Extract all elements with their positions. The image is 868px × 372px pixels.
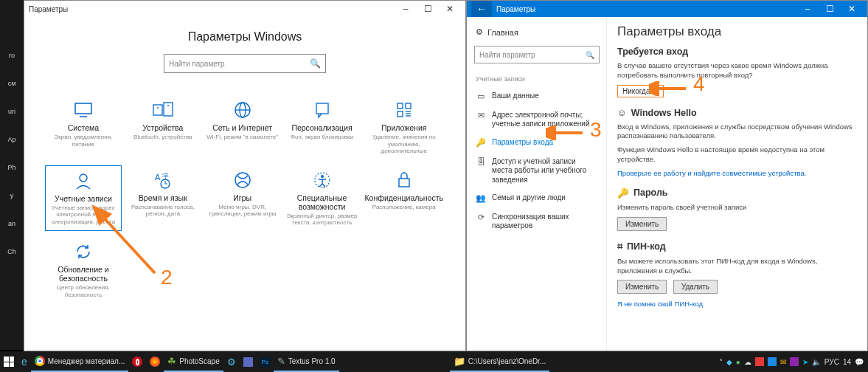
minimize-button[interactable]: – [796, 4, 819, 14]
svg-rect-12 [397, 111, 403, 117]
taskbar-item-ff[interactable] [146, 351, 164, 372]
taskbar-item-opera[interactable] [128, 351, 146, 372]
tray-icon[interactable]: ☁ [744, 358, 751, 366]
nav-item-syncset[interactable]: ⟳Синхронизация ваших параметров [471, 208, 602, 235]
forgot-pin-link[interactable]: Я не помню свой ПИН-код [617, 300, 857, 308]
briefcase-icon: 🗄 [476, 157, 486, 168]
taskbar-item-folder[interactable]: 📁C:\Users\jeanz\OneDr... [450, 351, 550, 372]
access-icon [285, 170, 359, 190]
content-title: Параметры входа [617, 24, 857, 39]
require-signin-select[interactable]: Никогда [617, 85, 664, 97]
tile-desc: Удаление, значения по умолчанию, дополни… [364, 134, 443, 155]
change-password-button[interactable]: Изменить [617, 217, 667, 231]
titlebar[interactable]: Параметры – ☐ ✕ [24, 1, 465, 17]
minimize-button[interactable]: – [395, 4, 417, 14]
settings-tile-lock[interactable]: Конфиденциальность Расположение, камера [363, 165, 445, 231]
taskbar-item-gear[interactable]: ⚙ [223, 351, 240, 372]
close-button[interactable]: ✕ [439, 4, 461, 14]
card-icon: ▭ [476, 92, 486, 102]
tile-desc: Расположение, камера [364, 204, 443, 211]
tray-icon[interactable]: ● [736, 358, 740, 366]
settings-tile-monitor[interactable]: Система Экран, уведомления, питание [45, 95, 122, 159]
monitor-icon [46, 100, 120, 120]
settings-tile-sync[interactable]: Обновление и безопасность Центр обновлен… [45, 237, 122, 303]
annotation-4: 4 [693, 72, 705, 96]
taskbar-item-edge[interactable]: e [18, 351, 31, 372]
settings-window-signin: ← Параметры – ☐ ✕ ⚙ Главная Найти параме… [466, 0, 868, 351]
settings-tile-access[interactable]: Специальные возможности Экранный диктор,… [284, 165, 361, 231]
tile-desc: Учетные записи, адрес электронной почты,… [47, 204, 119, 226]
nav-home[interactable]: ⚙ Главная [471, 24, 602, 40]
section-pin: ⌗ПИН-код [617, 241, 857, 252]
content-pane: Параметры входа Требуется вход В случае … [607, 17, 867, 351]
tray-icon[interactable]: ➤ [802, 358, 808, 366]
svg-rect-2 [153, 105, 162, 115]
window-title: Параметры [29, 5, 68, 13]
section-windows-hello: ☺Windows Hello [617, 108, 857, 118]
settings-tile-brush[interactable]: Персонализация Фон, экран блокировки [284, 95, 361, 159]
tile-title: Обновление и безопасность [46, 265, 120, 283]
nav-item-briefcase[interactable]: 🗄Доступ к учетной записи места работы ил… [471, 153, 602, 190]
taskbar-item-chrome[interactable]: Менеджер материал... [31, 351, 128, 372]
settings-tile-xbox[interactable]: Игры Меню игры, DVR, трансляции, режим и… [204, 165, 281, 231]
tray-icon[interactable]: ˄ [719, 358, 723, 366]
taskbar[interactable]: eМенеджер материал...☘PhotoScape⚙Ps✎Text… [0, 351, 868, 372]
taskbar-item-textus[interactable]: ✎Textus Pro 1.0 [274, 351, 339, 372]
settings-tile-apps[interactable]: Приложения Удаление, значения по умолчан… [363, 95, 445, 159]
nav-item-card[interactable]: ▭Ваши данные [471, 87, 602, 106]
tray-icon[interactable] [768, 357, 777, 366]
taskbar-item-psd[interactable]: Ps [257, 351, 274, 372]
svg-rect-25 [399, 179, 409, 187]
svg-point-22 [235, 173, 250, 187]
hello-compat-link[interactable]: Проверьте ее работу и найдите совместимы… [617, 169, 857, 177]
settings-tile-person[interactable]: Учетные записи Учетные записи, адрес эле… [45, 165, 122, 231]
svg-rect-11 [406, 103, 411, 108]
search-icon: 🔍 [310, 58, 321, 69]
svg-rect-9 [316, 103, 328, 114]
system-tray[interactable]: ˄ ◆ ● ☁ ✉ ➤ 🔈 РУС 14 💬 [719, 357, 868, 366]
settings-tile-clock[interactable]: A字 Время и язык Распознавание голоса, ре… [125, 165, 201, 231]
tray-volume-icon[interactable]: 🔈 [812, 358, 821, 366]
tray-clock[interactable]: 14 [843, 358, 851, 366]
maximize-button[interactable]: ☐ [417, 4, 439, 14]
settings-grid: Система Экран, уведомления, питание Устр… [39, 95, 451, 303]
nav-section-label: Учетные записи [471, 74, 602, 84]
lock-icon [364, 170, 443, 190]
clock-icon: A字 [126, 170, 200, 190]
action-center-icon[interactable]: 💬 [855, 358, 864, 366]
close-button[interactable]: ✕ [841, 4, 863, 14]
tray-icon[interactable]: ✉ [780, 358, 786, 366]
globe-icon [206, 100, 280, 120]
titlebar[interactable]: ← Параметры – ☐ ✕ [467, 1, 867, 17]
remove-pin-button[interactable]: Удалить [673, 280, 718, 294]
tray-icon[interactable] [790, 357, 799, 366]
svg-rect-3 [164, 103, 173, 116]
maximize-button[interactable]: ☐ [819, 4, 841, 14]
taskbar-item-note[interactable] [240, 351, 257, 372]
tray-icon[interactable]: ◆ [726, 358, 732, 366]
nav-item-mail[interactable]: ✉Адрес электронной почты; учетные записи… [471, 106, 602, 134]
svg-point-16 [80, 174, 87, 182]
nav-item-key[interactable]: 🔑Параметры входа [471, 134, 602, 153]
tile-title: Игры [206, 193, 280, 202]
section-password: 🔑Пароль [617, 187, 857, 199]
settings-tile-devices[interactable]: Устройства Bluetooth, устройства [125, 95, 201, 159]
settings-tile-globe[interactable]: Сеть и Интернет Wi-Fi, режим "в самолете… [204, 95, 281, 159]
taskbar-item-win[interactable] [0, 351, 18, 372]
syncset-icon: ⟳ [476, 213, 486, 223]
tray-icon[interactable] [755, 357, 764, 366]
nav-item-family[interactable]: 👥Семья и другие люди [471, 189, 602, 208]
pin-icon: ⌗ [617, 241, 622, 252]
svg-text:A: A [155, 173, 161, 182]
search-input[interactable]: Найти параметр 🔍 [474, 46, 600, 63]
sync-icon [46, 241, 120, 262]
tile-desc: Wi-Fi, режим "в самолете" [206, 134, 280, 141]
taskbar-item-ps[interactable]: ☘PhotoScape [164, 351, 223, 372]
hello-icon: ☺ [617, 108, 627, 118]
tray-language[interactable]: РУС [824, 358, 839, 366]
search-input[interactable]: Найти параметр 🔍 [164, 54, 326, 73]
tile-desc: Меню игры, DVR, трансляции, режим игры [206, 204, 280, 218]
devices-icon [126, 100, 200, 120]
back-button[interactable]: ← [471, 1, 492, 17]
change-pin-button[interactable]: Изменить [617, 280, 667, 294]
